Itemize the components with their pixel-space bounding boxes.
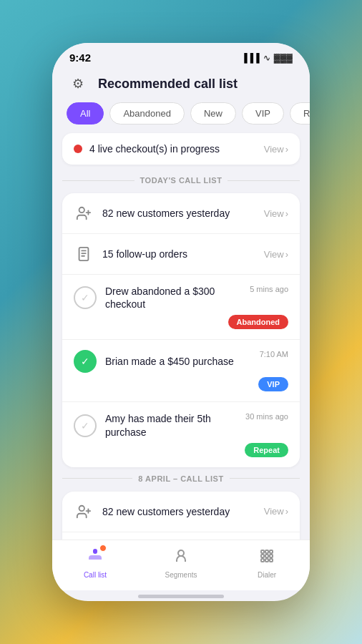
tab-repeat[interactable]: Repeat: [290, 102, 310, 125]
tab-all[interactable]: All: [67, 102, 104, 125]
april-card: 82 new customers yesterday View ›: [62, 492, 300, 540]
screen-content: ⚙ Recommended call list All Abandoned Ne…: [52, 64, 310, 540]
amy-badge: Repeat: [245, 443, 288, 457]
tab-abandoned[interactable]: Abandoned: [109, 102, 185, 125]
signal-icon: ▐▐▐: [241, 53, 260, 63]
gear-icon[interactable]: ⚙: [67, 72, 89, 95]
dialer-label: Dialer: [258, 571, 276, 579]
svg-rect-21: [261, 559, 264, 562]
today-section-label: TODAY'S CALL LIST: [140, 176, 222, 185]
call-item-drew: ✓ Drew abandoned a $300 checkout 5 mins …: [62, 274, 300, 339]
header: ⚙ Recommended call list: [52, 64, 310, 102]
svg-rect-23: [270, 559, 273, 562]
orders-view-link[interactable]: View ›: [264, 249, 288, 260]
april-section-label: 8 APRIL – CALL LIST: [138, 474, 223, 483]
april-customers-text: 82 new customers yesterday: [102, 506, 230, 517]
customers-text: 82 new customers yesterday: [102, 208, 230, 219]
april-row-customers: 82 new customers yesterday View ›: [62, 492, 300, 532]
status-bar: 9:42 ▐▐▐ ∿ ▓▓▓: [52, 43, 310, 64]
live-dot: [74, 145, 82, 153]
wifi-icon: ∿: [263, 53, 270, 63]
svg-rect-18: [261, 555, 264, 557]
home-indicator: [138, 595, 224, 598]
status-icons: ▐▐▐ ∿ ▓▓▓: [241, 53, 293, 63]
drew-name: Drew abandoned a $300 checkout: [105, 285, 250, 311]
call-list-label: Call list: [84, 571, 107, 579]
amy-check[interactable]: ✓: [74, 414, 97, 437]
segments-icon: [172, 547, 190, 569]
amy-name: Amy has made their 5th purchase: [105, 412, 245, 438]
svg-point-14: [178, 550, 184, 556]
call-list-icon: [87, 547, 104, 569]
april-customers-view-link[interactable]: View ›: [264, 506, 288, 517]
april-section-divider: 8 APRIL – CALL LIST: [62, 474, 300, 483]
svg-point-7: [79, 506, 84, 511]
notification-badge: [99, 545, 107, 552]
brian-check[interactable]: ✓: [74, 350, 97, 373]
today-card: 82 new customers yesterday View ›: [62, 193, 300, 467]
brian-time: 7:10 AM: [260, 350, 288, 358]
svg-rect-16: [265, 550, 268, 553]
live-banner: 4 live checkout(s) in progress View ›: [62, 133, 300, 165]
svg-rect-20: [270, 555, 273, 557]
live-banner-left: 4 live checkout(s) in progress: [74, 143, 220, 155]
live-view-link[interactable]: View ›: [264, 144, 288, 155]
drew-time: 5 mins ago: [250, 285, 288, 293]
page-title: Recommended call list: [98, 77, 238, 92]
filter-tabs: All Abandoned New VIP Repeat: [52, 102, 310, 133]
segments-label: Segments: [165, 571, 197, 579]
nav-dialer[interactable]: Dialer: [242, 547, 292, 579]
dialer-icon: [258, 547, 275, 569]
status-time: 9:42: [69, 52, 91, 64]
bottom-nav: Call list Segments: [52, 540, 310, 590]
nav-segments[interactable]: Segments: [156, 547, 206, 579]
main-content: 4 live checkout(s) in progress View › TO…: [52, 133, 310, 540]
today-row-customers: 82 new customers yesterday View ›: [62, 193, 300, 233]
tab-new[interactable]: New: [190, 102, 236, 125]
svg-rect-15: [261, 550, 264, 553]
svg-point-0: [79, 208, 84, 213]
amy-time: 30 mins ago: [245, 412, 288, 421]
svg-rect-22: [265, 559, 268, 562]
today-row-orders: 15 follow-up orders View ›: [62, 233, 300, 274]
battery-icon: ▓▓▓: [274, 53, 293, 63]
customers-icon: [74, 203, 94, 223]
april-row-orders: 15 follow-up orders View ›: [62, 532, 300, 540]
svg-rect-19: [265, 555, 268, 557]
customers-view-link[interactable]: View ›: [264, 208, 288, 219]
call-item-amy: ✓ Amy has made their 5th purchase 30 min…: [62, 401, 300, 467]
tab-vip[interactable]: VIP: [242, 102, 284, 125]
drew-badge: Abandoned: [228, 315, 289, 329]
brian-name: Brian made a $450 purchase: [105, 355, 234, 368]
april-customers-icon: [74, 502, 94, 522]
call-item-brian: ✓ Brian made a $450 purchase 7:10 AM VIP: [62, 339, 300, 401]
drew-check[interactable]: ✓: [74, 286, 97, 309]
nav-call-list[interactable]: Call list: [70, 547, 120, 579]
phone-frame: 9:42 ▐▐▐ ∿ ▓▓▓ ⚙ Recommended call list A…: [52, 43, 310, 601]
svg-rect-17: [270, 550, 273, 553]
orders-text: 15 follow-up orders: [102, 248, 187, 260]
brian-badge: VIP: [258, 377, 288, 391]
today-section-divider: TODAY'S CALL LIST: [62, 176, 300, 185]
live-checkout-text: 4 live checkout(s) in progress: [89, 143, 220, 155]
orders-icon: [74, 244, 94, 264]
